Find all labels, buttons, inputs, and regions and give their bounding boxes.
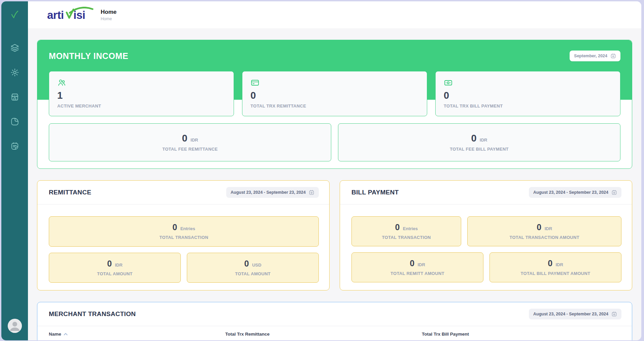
bill-remitt-amount-unit: IDR: [417, 262, 425, 267]
remittance-date-range-button[interactable]: August 23, 2024 - September 23, 2024: [226, 187, 319, 198]
page-title: Home: [101, 9, 116, 16]
active-merchant-card: 1 ACTIVE MERCHANT: [49, 71, 234, 116]
bill-transaction-amount-unit: IDR: [545, 226, 552, 231]
merchant-date-range-label: August 23, 2024 - September 23, 2024: [533, 312, 608, 316]
bill-total-transaction-value: 0: [395, 222, 400, 232]
merchant-transaction-panel: MERCHANT TRANSACTION August 23, 2024 - S…: [37, 302, 632, 340]
bill-payment-date-range-button[interactable]: August 23, 2024 - September 23, 2024: [529, 187, 621, 198]
breadcrumb: Home: [101, 17, 116, 21]
remittance-idr-value: 0: [107, 259, 112, 268]
bill-payment-date-range-label: August 23, 2024 - September 23, 2024: [533, 190, 608, 195]
bill-remitt-amount-box: 0 IDR TOTAL REMITT AMOUNT: [351, 252, 483, 282]
content: MONTHLY INCOME September, 2024: [28, 28, 641, 340]
column-header-trx-remittance[interactable]: Total Trx Remittance: [225, 332, 422, 337]
credit-card-icon: [250, 78, 419, 87]
fee-remittance-unit: IDR: [191, 137, 198, 143]
column-header-name[interactable]: Name: [49, 332, 225, 337]
remittance-idr-amount-box: 0 IDR TOTAL AMOUNT: [49, 253, 181, 283]
user-avatar[interactable]: [8, 319, 22, 333]
storefront-icon[interactable]: [10, 92, 20, 102]
fee-bill-payment-value: 0: [471, 133, 477, 144]
merchant-date-range-button[interactable]: August 23, 2024 - September 23, 2024: [529, 309, 621, 319]
artivisi-logo: arti isi: [47, 7, 95, 23]
bill-payment-amount-box: 0 IDR TOTAL BILL PAYMENT AMOUNT: [489, 252, 621, 282]
remittance-panel: REMITTANCE August 23, 2024 - September 2…: [37, 180, 330, 290]
remittance-total-transaction-value: 0: [172, 222, 177, 232]
invoice-note-icon[interactable]: [10, 142, 20, 151]
remittance-total-transaction-label: TOTAL TRANSACTION: [159, 235, 208, 240]
column-header-trx-bill-payment[interactable]: Total Trx Bill Payment: [422, 332, 469, 337]
merchant-table-header: Name Total Trx Remittance Total Trx Bill…: [37, 326, 632, 340]
logo-check-icon: [67, 9, 73, 18]
trx-bill-payment-label: TOTAL TRX BILL PAYMENT: [444, 103, 612, 108]
bill-payment-title: BILL PAYMENT: [351, 189, 399, 196]
bill-total-transaction-label: TOTAL TRANSACTION: [382, 235, 431, 240]
app-window: arti isi Home Home MONTHLY INCOME Septem…: [1, 1, 641, 340]
monthly-income-title: MONTHLY INCOME: [49, 51, 128, 61]
bill-remitt-amount-value: 0: [410, 258, 414, 268]
check-logo-icon: [8, 7, 22, 21]
active-merchant-label: ACTIVE MERCHANT: [57, 103, 226, 108]
sidebar: [1, 1, 28, 340]
top-bar: arti isi Home Home: [28, 1, 641, 28]
bill-payment-amount-label: TOTAL BILL PAYMENT AMOUNT: [521, 271, 590, 276]
bill-total-transaction-unit: Entries: [403, 226, 418, 231]
trx-remittance-value: 0: [250, 91, 419, 100]
remittance-idr-label: TOTAL AMOUNT: [97, 271, 133, 276]
monthly-income-card: MONTHLY INCOME September, 2024: [37, 40, 632, 169]
remittance-total-transaction-box: 0 Entries TOTAL TRANSACTION: [49, 216, 319, 247]
banknote-icon: [444, 78, 612, 87]
calendar-icon: [309, 189, 314, 195]
bill-payment-amount-unit: IDR: [555, 262, 563, 267]
bill-remitt-amount-label: TOTAL REMITT AMOUNT: [391, 271, 444, 276]
remittance-usd-unit: USD: [252, 262, 261, 268]
fee-bill-payment-unit: IDR: [480, 137, 487, 143]
file-icon[interactable]: [10, 117, 20, 126]
month-picker-label: September, 2024: [574, 54, 607, 58]
remittance-usd-value: 0: [244, 259, 249, 268]
bill-transaction-amount-value: 0: [537, 222, 541, 232]
calendar-icon: [611, 189, 617, 195]
bill-payment-amount-value: 0: [548, 258, 552, 268]
fee-bill-payment-label: TOTAL FEE BILL PAYMENT: [450, 147, 509, 152]
sidebar-logo: [8, 6, 22, 22]
bill-payment-panel: BILL PAYMENT August 23, 2024 - September…: [340, 180, 632, 290]
trx-bill-payment-value: 0: [444, 91, 612, 100]
fee-remittance-card: 0 IDR TOTAL FEE REMITTANCE: [49, 123, 331, 161]
remittance-usd-label: TOTAL AMOUNT: [235, 271, 271, 276]
bill-total-transaction-box: 0 Entries TOTAL TRANSACTION: [351, 216, 461, 246]
logo-text-right: isi: [73, 9, 85, 21]
fee-remittance-value: 0: [182, 133, 188, 144]
main-area: arti isi Home Home MONTHLY INCOME Septem…: [28, 1, 641, 340]
trx-remittance-card: 0 TOTAL TRX REMITTANCE: [242, 71, 427, 116]
month-picker-button[interactable]: September, 2024: [570, 51, 620, 61]
users-icon: [57, 78, 226, 87]
merchant-transaction-title: MERCHANT TRANSACTION: [49, 310, 136, 318]
remittance-title: REMITTANCE: [49, 189, 91, 196]
layers-icon[interactable]: [10, 43, 20, 53]
remittance-date-range-label: August 23, 2024 - September 23, 2024: [231, 190, 306, 195]
bill-transaction-amount-label: TOTAL TRANSACTION AMOUNT: [509, 235, 579, 240]
fee-remittance-label: TOTAL FEE REMITTANCE: [162, 147, 218, 152]
sidebar-nav: [10, 43, 20, 151]
bill-transaction-amount-box: 0 IDR TOTAL TRANSACTION AMOUNT: [467, 216, 621, 246]
fee-bill-payment-card: 0 IDR TOTAL FEE BILL PAYMENT: [338, 123, 620, 161]
trx-bill-payment-card: 0 TOTAL TRX BILL PAYMENT: [435, 71, 620, 116]
active-merchant-value: 1: [57, 91, 226, 100]
remittance-idr-unit: IDR: [115, 262, 122, 268]
calendar-icon: [610, 53, 616, 59]
settings-gear-icon[interactable]: [10, 68, 20, 77]
calendar-icon: [611, 311, 617, 317]
remittance-usd-amount-box: 0 USD TOTAL AMOUNT: [187, 253, 319, 283]
logo-text-left: arti: [47, 9, 64, 21]
trx-remittance-label: TOTAL TRX REMITTANCE: [250, 103, 419, 108]
sort-asc-icon: [64, 333, 68, 336]
remittance-total-transaction-unit: Entries: [180, 226, 195, 231]
